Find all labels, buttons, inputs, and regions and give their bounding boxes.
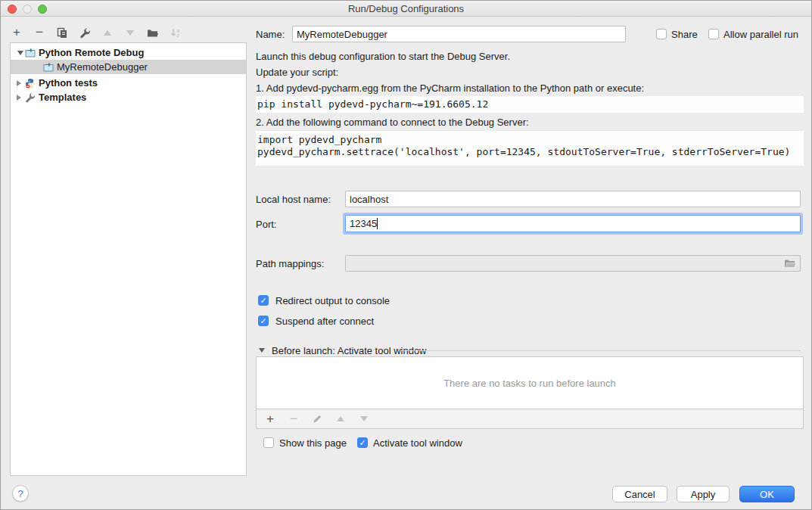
settrace-code-block: import pydevd_pycharm pydevd_pycharm.set… bbox=[256, 131, 804, 166]
tree-item-python-tests[interactable]: Python tests bbox=[11, 76, 246, 90]
path-mappings-label: Path mappings: bbox=[256, 258, 324, 269]
name-input[interactable] bbox=[292, 26, 626, 42]
arrow-down-icon bbox=[126, 30, 134, 36]
port-label: Port: bbox=[256, 219, 276, 230]
configurations-toolbar: + − az bbox=[10, 23, 182, 42]
arrow-up-icon bbox=[104, 30, 111, 36]
add-configuration-button[interactable]: + bbox=[10, 26, 23, 39]
create-folder-button[interactable] bbox=[146, 26, 160, 39]
before-launch-collapse-icon[interactable] bbox=[259, 348, 265, 353]
ok-button[interactable]: OK bbox=[739, 486, 795, 502]
add-task-button[interactable]: + bbox=[263, 412, 277, 426]
titlebar: Run/Debug Configurations bbox=[1, 1, 811, 17]
share-label: Share bbox=[671, 29, 698, 40]
suspend-after-connect-checkbox[interactable] bbox=[258, 316, 269, 326]
apply-button[interactable]: Apply bbox=[677, 486, 730, 502]
tree-item-python-remote-debug[interactable]: Python Remote Debug bbox=[11, 45, 246, 60]
pencil-icon bbox=[313, 414, 322, 424]
tree-item-label: MyRemoteDebugger bbox=[57, 61, 148, 73]
remote-debug-icon bbox=[42, 62, 54, 73]
tree-item-templates[interactable]: Templates bbox=[11, 90, 246, 104]
show-this-page-checkbox[interactable] bbox=[263, 437, 274, 448]
pip-command-text: pip install pydevd-pycharm~=191.6605.12 bbox=[256, 96, 804, 110]
sort-configurations-button[interactable]: az bbox=[169, 26, 182, 39]
tree-item-label: Templates bbox=[39, 92, 86, 103]
tree-item-label: Python tests bbox=[39, 77, 98, 89]
text-caret bbox=[377, 218, 378, 229]
arrow-up-icon bbox=[337, 416, 344, 421]
tree-item-label: Python Remote Debug bbox=[39, 47, 144, 58]
before-launch-toolbar: + − bbox=[256, 409, 804, 429]
redirect-output-checkbox[interactable] bbox=[258, 295, 269, 306]
chevron-collapsed-icon[interactable] bbox=[17, 80, 24, 86]
edit-task-button[interactable] bbox=[310, 412, 324, 426]
wrench-icon bbox=[79, 27, 91, 39]
chevron-expanded-icon[interactable] bbox=[17, 51, 24, 55]
browse-folder-icon[interactable] bbox=[784, 259, 796, 269]
minus-icon: − bbox=[36, 26, 43, 39]
arrow-down-icon bbox=[360, 416, 368, 421]
svg-text:z: z bbox=[176, 33, 179, 38]
local-host-name-label: Local host name: bbox=[256, 194, 331, 205]
move-down-button[interactable] bbox=[123, 26, 137, 39]
question-mark-icon: ? bbox=[17, 488, 23, 499]
activate-tool-window-label: Activate tool window bbox=[373, 437, 462, 449]
run-debug-configurations-dialog: Run/Debug Configurations + − bbox=[0, 0, 812, 510]
step-1-text: 1. Add pydevd-pycharm.egg from the PyCha… bbox=[256, 82, 644, 94]
copy-icon bbox=[57, 27, 68, 39]
sort-alphabetically-icon: az bbox=[170, 27, 182, 39]
suspend-after-connect-label: Suspend after connect bbox=[275, 316, 374, 327]
remove-task-button[interactable]: − bbox=[287, 412, 300, 426]
help-button[interactable]: ? bbox=[12, 485, 29, 502]
remove-configuration-button[interactable]: − bbox=[33, 26, 46, 39]
show-this-page-label: Show this page bbox=[279, 437, 347, 449]
description-line-1: Launch this debug configuration to start… bbox=[256, 51, 510, 62]
window-title: Run/Debug Configurations bbox=[1, 3, 811, 14]
local-host-name-input[interactable] bbox=[345, 191, 801, 207]
name-label: Name: bbox=[256, 29, 285, 40]
empty-tasks-text: There are no tasks to run before launch bbox=[443, 378, 616, 389]
minus-icon: − bbox=[290, 412, 297, 426]
plus-icon: + bbox=[13, 26, 20, 39]
move-task-down-button[interactable] bbox=[357, 412, 371, 426]
move-task-up-button[interactable] bbox=[334, 412, 347, 426]
python-tests-icon bbox=[24, 78, 36, 89]
pip-command-block: pip install pydevd-pycharm~=191.6605.12 bbox=[256, 96, 804, 113]
allow-parallel-run-label: Allow parallel run bbox=[723, 29, 798, 40]
step-2-text: 2. Add the following command to connect … bbox=[256, 117, 529, 128]
new-folder-icon bbox=[147, 27, 159, 39]
share-checkbox[interactable] bbox=[656, 29, 667, 39]
path-mappings-input[interactable] bbox=[345, 255, 801, 272]
tree-item-myremotedebugger[interactable]: MyRemoteDebugger bbox=[11, 60, 246, 74]
allow-parallel-run-checkbox[interactable] bbox=[708, 29, 719, 39]
copy-configuration-button[interactable] bbox=[55, 26, 69, 39]
redirect-output-label: Redirect output to console bbox=[275, 295, 390, 306]
chevron-collapsed-icon[interactable] bbox=[17, 95, 24, 101]
code-line-1: import pydevd_pycharm bbox=[256, 131, 804, 145]
port-input[interactable] bbox=[345, 215, 801, 232]
edit-templates-button[interactable] bbox=[78, 26, 92, 39]
description-line-2: Update your script: bbox=[256, 67, 338, 78]
header-divider bbox=[400, 350, 801, 351]
plus-icon: + bbox=[266, 412, 274, 426]
remote-debug-icon bbox=[24, 48, 36, 58]
code-line-2: pydevd_pycharm.settrace('localhost', por… bbox=[256, 145, 804, 157]
move-up-button[interactable] bbox=[101, 26, 114, 39]
cancel-button[interactable]: Cancel bbox=[612, 486, 667, 502]
templates-wrench-icon bbox=[24, 92, 36, 103]
activate-tool-window-checkbox[interactable] bbox=[357, 437, 368, 448]
before-launch-task-list[interactable]: There are no tasks to run before launch bbox=[256, 356, 804, 409]
configurations-tree: Python Remote Debug MyRemoteDebugger Pyt… bbox=[10, 42, 247, 476]
